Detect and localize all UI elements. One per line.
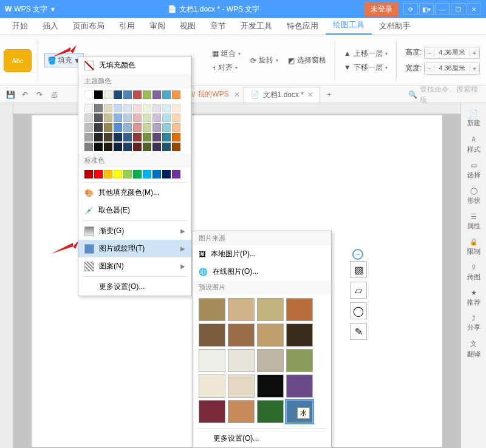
texture-swatch[interactable] <box>199 324 225 347</box>
color-swatch[interactable] <box>152 143 161 151</box>
color-swatch[interactable] <box>172 143 180 151</box>
color-swatch[interactable] <box>84 143 93 151</box>
color-swatch[interactable] <box>123 114 132 122</box>
qat-print-icon[interactable]: 🖨 <box>49 89 60 100</box>
texture-swatch[interactable] <box>286 349 313 372</box>
minus-badge-icon[interactable]: − <box>352 249 363 260</box>
color-swatch[interactable] <box>133 123 142 132</box>
color-swatch[interactable] <box>94 143 103 151</box>
tab-feature[interactable]: 特色应用 <box>279 18 326 35</box>
color-swatch[interactable] <box>133 90 142 99</box>
rp-upload[interactable]: ⇪传图 <box>467 263 481 282</box>
command-search[interactable]: 🔍查找命令、搜索模板 <box>408 84 481 105</box>
color-swatch[interactable] <box>123 170 132 178</box>
plus-icon[interactable]: + <box>470 65 479 72</box>
combine-button[interactable]: ▦组合▾ <box>210 47 243 60</box>
color-swatch[interactable] <box>104 133 112 141</box>
color-swatch[interactable] <box>152 90 161 99</box>
app-menu-dropdown-icon[interactable]: ▼ <box>50 6 56 13</box>
color-swatch[interactable] <box>84 104 93 112</box>
close-icon[interactable]: ✕ <box>467 3 481 15</box>
minus-icon[interactable]: − <box>425 49 434 56</box>
minimize-icon[interactable]: — <box>435 3 450 15</box>
color-swatch[interactable] <box>162 170 171 178</box>
color-swatch[interactable] <box>114 170 122 178</box>
color-swatch[interactable] <box>94 90 103 99</box>
color-swatch[interactable] <box>123 123 132 132</box>
qat-undo-icon[interactable]: ↶ <box>19 89 30 100</box>
color-swatch[interactable] <box>94 170 103 178</box>
color-swatch[interactable] <box>84 90 93 99</box>
color-swatch[interactable] <box>94 104 103 112</box>
rotate-button[interactable]: ⟳旋转▾ <box>248 54 281 67</box>
rp-shape[interactable]: ◯形状 <box>467 187 481 205</box>
maximize-icon[interactable]: ❐ <box>451 3 465 15</box>
texture-swatch[interactable] <box>228 324 255 347</box>
new-tab-button[interactable]: + <box>324 89 335 100</box>
color-swatch[interactable] <box>133 133 142 141</box>
color-swatch[interactable] <box>94 123 103 132</box>
login-status[interactable]: 未登录 <box>364 2 399 17</box>
color-swatch[interactable] <box>84 123 93 132</box>
color-swatch[interactable] <box>123 104 132 112</box>
up-layer-button[interactable]: ▲上移一层▾ <box>341 47 390 60</box>
color-swatch[interactable] <box>123 133 132 141</box>
color-swatch[interactable] <box>84 170 93 178</box>
texture-swatch[interactable] <box>286 298 313 321</box>
color-swatch[interactable] <box>152 104 161 112</box>
color-swatch[interactable] <box>84 114 93 122</box>
minus-icon[interactable]: − <box>425 65 434 72</box>
color-swatch[interactable] <box>104 90 112 99</box>
color-swatch[interactable] <box>162 133 171 141</box>
tab-insert[interactable]: 插入 <box>35 18 66 35</box>
color-swatch[interactable] <box>84 133 93 141</box>
tab-doc-assist[interactable]: 文档助手 <box>372 18 418 35</box>
texture-swatch[interactable] <box>228 349 255 372</box>
color-swatch[interactable] <box>123 143 132 151</box>
width-value[interactable]: 4.36厘米 <box>434 64 470 73</box>
gear-dropdown-icon[interactable]: ◧▾ <box>419 3 434 15</box>
rp-select[interactable]: ▭选择 <box>467 161 481 180</box>
color-swatch[interactable] <box>104 143 112 151</box>
color-swatch[interactable] <box>172 123 180 132</box>
texture-swatch[interactable] <box>257 349 284 372</box>
tab-review[interactable]: 审阅 <box>142 18 173 35</box>
texture-more-settings[interactable]: 更多设置(O)... <box>193 430 331 447</box>
color-swatch[interactable] <box>133 104 142 112</box>
online-picture-item[interactable]: 🌐在线图片(O)... <box>193 263 331 280</box>
shape-style-preview[interactable]: Abc <box>4 49 32 72</box>
color-swatch[interactable] <box>133 170 142 178</box>
texture-swatch[interactable] <box>228 400 255 423</box>
color-swatch[interactable] <box>114 123 122 132</box>
texture-swatch[interactable] <box>228 375 255 398</box>
height-value[interactable]: 4.36厘米 <box>434 48 470 57</box>
tab-layout[interactable]: 页面布局 <box>66 18 112 35</box>
rp-translate[interactable]: 文翻译 <box>467 339 481 359</box>
tab-drawing-tools[interactable]: 绘图工具 <box>326 16 372 35</box>
color-swatch[interactable] <box>104 123 112 132</box>
color-swatch[interactable] <box>143 123 151 132</box>
color-swatch[interactable] <box>143 133 151 141</box>
texture-swatch[interactable] <box>199 349 225 372</box>
rp-props[interactable]: ☰属性 <box>467 212 481 231</box>
eyedropper-item[interactable]: 💉取色器(E) <box>78 202 191 219</box>
color-swatch[interactable] <box>104 170 112 178</box>
color-swatch[interactable] <box>104 114 112 122</box>
ft-outline[interactable]: ▱ <box>350 282 367 299</box>
color-swatch[interactable] <box>162 114 171 122</box>
width-input[interactable]: − 4.36厘米 + <box>424 63 480 75</box>
texture-swatch[interactable] <box>199 400 225 423</box>
tab-start[interactable]: 开始 <box>5 18 35 35</box>
qat-save-icon[interactable]: 💾 <box>5 89 16 100</box>
ft-shape[interactable]: ◯ <box>350 302 367 319</box>
color-swatch[interactable] <box>172 170 180 178</box>
gradient-item[interactable]: 渐变(G)▶ <box>78 222 191 240</box>
doc-tab-active[interactable]: 📄文档1.docx *✕ <box>244 87 320 103</box>
local-picture-item[interactable]: 🖼本地图片(P)... <box>193 245 331 263</box>
color-swatch[interactable] <box>152 114 161 122</box>
no-fill-item[interactable]: 无填充颜色 <box>78 56 191 74</box>
my-wps-tab[interactable]: W我的WPS✕ <box>188 89 240 100</box>
color-swatch[interactable] <box>162 123 171 132</box>
texture-swatch[interactable] <box>199 375 225 398</box>
color-swatch[interactable] <box>94 133 103 141</box>
